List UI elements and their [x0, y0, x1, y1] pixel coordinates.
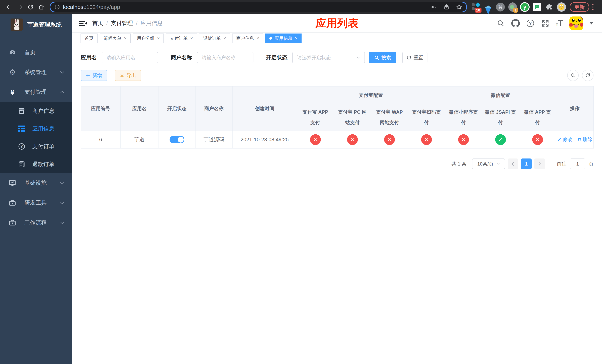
page-number-active[interactable]: 1 [521, 159, 532, 169]
tab-app-info[interactable]: 应用信息× [265, 33, 301, 43]
close-icon[interactable]: × [157, 36, 160, 41]
extensions-puzzle-icon[interactable] [544, 2, 554, 12]
channel-status-icon: × [458, 134, 469, 145]
home-button[interactable] [36, 2, 47, 12]
export-button[interactable]: 导出 [115, 70, 141, 81]
prev-page-button[interactable] [508, 159, 518, 169]
sidebar-item-system[interactable]: ⚙ 系统管理 [0, 62, 72, 82]
extension-y-icon[interactable]: y [520, 2, 530, 12]
sidebar-item-pay-order[interactable]: ¥ 支付订单 [0, 138, 72, 155]
reset-button[interactable]: 重置 [402, 52, 428, 63]
avatar-caret-icon[interactable] [589, 22, 593, 24]
sidebar-item-home[interactable]: 首页 [0, 43, 72, 62]
next-page-button[interactable] [534, 159, 545, 169]
cell-app-id: 6 [81, 131, 120, 149]
chevron-down-icon [60, 202, 64, 204]
search-icon[interactable] [496, 19, 505, 28]
col-header: 创建时间 [233, 86, 297, 131]
edit-link[interactable]: 修改 [557, 136, 572, 143]
col-header: 应用名 [120, 86, 159, 131]
tab-process-form[interactable]: 流程表单× [100, 33, 131, 43]
extension-recorder-icon[interactable]: 1 [508, 2, 517, 12]
content: 应用名 商户名称 开启状态 请选择开启状态 搜索 [72, 44, 602, 364]
main-area: 首页 / 支付管理 / 应用信息 应用列表 ? [72, 14, 602, 364]
app-name-input[interactable] [102, 52, 158, 63]
chevron-down-icon [60, 182, 64, 184]
extension-blocks-icon[interactable]: 10 [471, 2, 481, 12]
sidebar-logo[interactable]: 芋道管理系统 [0, 14, 72, 35]
tags-view-bar: 首页 流程表单× 用户分组× 支付订单× 退款订单× 商户信息× 应用信息× [72, 32, 602, 44]
col-header: 支付宝 PC 网站支付 [334, 104, 371, 131]
yen-icon: ¥ [8, 88, 17, 96]
logo-rabbit-image [11, 19, 23, 31]
site-info-icon[interactable] [54, 4, 60, 10]
password-key-icon[interactable] [431, 4, 437, 10]
close-icon[interactable]: × [257, 36, 259, 41]
page-size-select[interactable]: 10条/页 [472, 159, 505, 169]
back-button[interactable] [4, 2, 14, 12]
sidebar-item-payment[interactable]: ¥ 支付管理 [0, 82, 72, 102]
font-size-icon[interactable]: тT [556, 20, 563, 27]
show-search-button[interactable] [567, 70, 579, 81]
sidebar-item-app-info[interactable]: 应用信息 [0, 120, 72, 138]
close-icon[interactable]: × [190, 36, 193, 41]
trash-icon [577, 137, 582, 142]
share-icon[interactable] [443, 4, 450, 10]
extension-tray: 10 ⌘ 1 y [471, 2, 566, 12]
breadcrumb: 首页 / 支付管理 / 应用信息 [92, 20, 163, 27]
close-icon[interactable]: × [295, 36, 298, 41]
sidebar-item-label: 基础设施 [24, 179, 47, 187]
briefcase-icon [8, 219, 17, 226]
cell-merchant: 芋道源码 [195, 131, 233, 149]
goto-page-input[interactable] [570, 159, 585, 169]
tab-refund-order[interactable]: 退款订单× [199, 33, 230, 43]
tab-merchant-info[interactable]: 商户信息× [232, 33, 263, 43]
chrome-update-button[interactable]: 更新 [570, 2, 589, 12]
breadcrumb-payment[interactable]: 支付管理 [111, 20, 133, 27]
user-avatar[interactable] [570, 16, 583, 30]
payment-submenu: 商户信息 应用信息 ¥ 支付订单 [0, 102, 72, 173]
close-icon[interactable]: × [224, 36, 226, 41]
group-header-alipay: 支付宝配置 [297, 86, 445, 104]
reload-icon [27, 4, 34, 10]
sidebar-item-workflow[interactable]: 工作流程 [0, 213, 72, 233]
extension-gem-icon[interactable] [483, 2, 493, 12]
status-select[interactable]: 请选择开启状态 [292, 52, 365, 63]
tab-home[interactable]: 首页 [81, 33, 97, 43]
sidebar-item-merchant-info[interactable]: 商户信息 [0, 102, 72, 120]
shop-icon [18, 107, 26, 114]
url-bar[interactable]: localhost:1024/pay/app [50, 2, 467, 12]
page: localhost:1024/pay/app 10 ⌘ 1 y [0, 0, 602, 364]
merchant-name-input[interactable] [197, 52, 253, 63]
breadcrumb-home[interactable]: 首页 [92, 20, 103, 27]
profile-avatar-icon[interactable] [557, 2, 566, 12]
sidebar-item-infrastructure[interactable]: 基础设施 [0, 173, 72, 193]
bookmark-star-icon[interactable] [456, 4, 462, 10]
help-icon[interactable]: ? [526, 19, 535, 28]
delete-link[interactable]: 删除 [577, 136, 592, 143]
browser-menu-icon[interactable] [589, 2, 597, 12]
sidebar-item-label: 系统管理 [24, 68, 47, 76]
tab-pay-order[interactable]: 支付订单× [166, 33, 197, 43]
github-icon[interactable] [511, 19, 520, 28]
search-button[interactable]: 搜索 [369, 52, 396, 63]
extension-chat-icon[interactable] [532, 2, 542, 12]
status-label: 开启状态 [266, 54, 288, 61]
forward-button[interactable] [14, 2, 25, 12]
fullscreen-icon[interactable] [541, 19, 549, 28]
extension-command-icon[interactable]: ⌘ [495, 2, 505, 12]
back-icon [6, 4, 12, 10]
status-toggle[interactable] [170, 136, 184, 143]
url-text: localhost:1024/pay/app [63, 4, 424, 10]
add-button[interactable]: 新增 [81, 70, 107, 81]
document-icon [18, 161, 26, 168]
refresh-table-button[interactable] [582, 70, 593, 81]
sidebar-collapse-icon[interactable] [77, 17, 89, 29]
sidebar-item-dev-tools[interactable]: 研发工具 [0, 193, 72, 213]
breadcrumb-current: 应用信息 [140, 20, 163, 27]
reload-button[interactable] [25, 2, 36, 12]
close-icon[interactable]: × [124, 36, 127, 41]
edit-pencil-icon [557, 137, 562, 142]
tab-user-group[interactable]: 用户分组× [133, 33, 164, 43]
sidebar-item-refund-order[interactable]: 退款订单 [0, 155, 72, 173]
